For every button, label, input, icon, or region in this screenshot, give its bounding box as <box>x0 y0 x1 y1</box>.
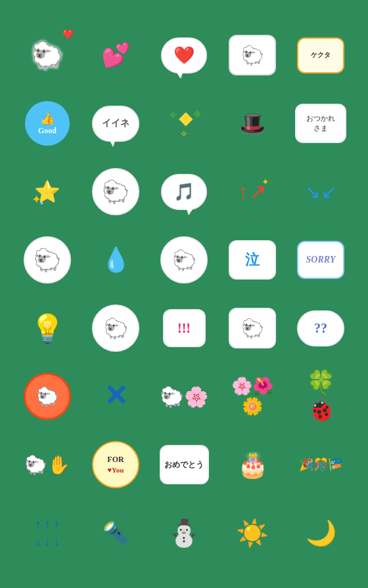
question-bubble: ?? <box>297 310 344 346</box>
cell-r3c5[interactable]: ↘↙ <box>288 159 354 224</box>
cell-r3c1[interactable]: ⭐ ✦ ⬥ <box>14 159 80 224</box>
sheep-think-icon: 🐑 <box>229 308 276 348</box>
cell-r1c2[interactable]: 💕 <box>83 22 149 88</box>
cell-r7c2[interactable]: FOR ♥You <box>83 432 149 497</box>
cell-r5c2[interactable]: 🐑 <box>83 295 149 361</box>
cell-r1c3[interactable]: ❤️ <box>151 22 217 88</box>
sheep-wonder-icon: 🐑 <box>92 304 139 352</box>
cell-r5c4[interactable]: 🐑 <box>219 295 285 361</box>
cell-r3c2[interactable]: 🐑 <box>83 159 149 224</box>
lamp-icon: 🔦 <box>103 520 129 545</box>
naku-bubble: 泣 <box>229 240 276 280</box>
arrows-up-icon: ↑ ↑ ↑ <box>35 517 60 532</box>
cell-r2c5[interactable]: おつかれさま <box>288 91 354 156</box>
cell-r5c5[interactable]: ?? <box>288 295 354 361</box>
exclaim-bubble: !!! <box>163 309 206 347</box>
sheep-cry-icon: 🐑 <box>160 236 208 284</box>
cell-r7c4[interactable]: 🎂 <box>219 432 285 497</box>
cell-r8c4[interactable]: ☀️ <box>219 500 285 566</box>
shooting-star-icon: ⭐ ✦ ⬥ <box>34 179 60 204</box>
arrows-blue-icon: ↘↙ <box>305 181 336 203</box>
cell-r2c2[interactable]: イイネ <box>83 91 149 156</box>
cell-r2c1[interactable]: 👍 Good <box>14 91 80 156</box>
sheep-flowers-icon: 🐑🌸 <box>160 385 208 408</box>
cell-r6c3[interactable]: 🐑🌸 <box>151 364 217 429</box>
sticker-grid: 🐑 ❤️ 💕 ❤️ 🐑 ケクタ 👍 Good <box>9 17 359 571</box>
cell-r6c1[interactable]: 🐑 <box>14 364 80 429</box>
cell-r2c4[interactable]: 🎩 <box>219 91 285 156</box>
good-circle: 👍 Good <box>25 101 70 146</box>
cell-r8c2[interactable]: 🔦 <box>83 500 149 566</box>
cell-r1c1[interactable]: 🐑 ❤️ <box>14 22 80 88</box>
kek-bubble: ケクタ <box>297 37 344 74</box>
cell-r4c2[interactable]: 💧 <box>83 227 149 293</box>
cell-r1c5[interactable]: ケクタ <box>288 22 354 88</box>
cell-r2c3[interactable]: ✦ ◆ ◆ ✧ <box>151 91 217 156</box>
flowers-decor-icon: 🌸🌺🌼 <box>223 376 281 417</box>
water-splash-icon: 💧 <box>101 246 131 274</box>
sheep-energetic-icon: 🐑 <box>24 373 71 420</box>
x-mark-icon: ✕ <box>104 382 128 411</box>
cake-icon: 🎂 <box>237 450 268 479</box>
omedeto-bubble: おめでとう <box>160 445 209 484</box>
music-bubble: 🎵 <box>161 174 207 210</box>
cell-r5c1[interactable]: 💡 <box>14 295 80 361</box>
cell-r6c2[interactable]: ✕ <box>83 364 149 429</box>
cell-r4c1[interactable]: 🐑 <box>14 227 80 293</box>
sheep-laugh-icon: 🐑 <box>92 168 139 215</box>
sheep-frame-icon: 🐑 <box>229 35 276 75</box>
sorry-bubble: SORRY <box>297 241 344 279</box>
cell-r7c3[interactable]: おめでとう <box>151 432 217 497</box>
garland-icon: 🎉🎊🎏 <box>299 457 342 472</box>
sparkles-icon: ✦ ◆ ◆ ✧ <box>164 107 204 140</box>
snowman-icon: ⛄ <box>168 518 200 549</box>
cell-r8c5[interactable]: 🌙 <box>288 500 354 566</box>
cell-r8c1[interactable]: ↑ ↑ ↑ ↓ ↓ ↓ <box>14 500 80 566</box>
iine-bubble: イイネ <box>92 106 139 142</box>
sun-icon: ☀️ <box>236 518 269 549</box>
cell-r4c5[interactable]: SORRY <box>288 227 354 293</box>
cell-r5c3[interactable]: !!! <box>151 295 217 361</box>
otsukare-bubble: おつかれさま <box>295 104 346 143</box>
cell-r1c4[interactable]: 🐑 <box>219 22 285 88</box>
sheep-tongue-icon: 🐑 <box>24 236 71 284</box>
for-you-bubble: FOR ♥You <box>92 441 139 488</box>
cell-r4c4[interactable]: 泣 <box>219 227 285 293</box>
lightbulb-icon: 💡 <box>30 312 64 345</box>
moon-icon: 🌙 <box>306 518 336 547</box>
hat-candy-icon: 🎩 <box>239 110 266 136</box>
cell-r6c5[interactable]: 🍀🐞 <box>288 364 354 429</box>
cell-r6c4[interactable]: 🌸🌺🌼 <box>219 364 285 429</box>
cell-r8c3[interactable]: ⛄ <box>151 500 217 566</box>
cell-r3c3[interactable]: 🎵 <box>151 159 217 224</box>
arrows-down-icon: ↓ ↓ ↓ <box>35 534 60 549</box>
cell-r7c1[interactable]: 🐑✋ <box>14 432 80 497</box>
cell-r4c3[interactable]: 🐑 <box>151 227 217 293</box>
cell-r3c4[interactable]: ↑↗ ✦ <box>219 159 285 224</box>
speech-heart-icon: ❤️ <box>161 37 207 74</box>
clover-icon: 🍀🐞 <box>292 369 350 424</box>
arrow-sparkle-icon: ↑↗ ✦ <box>239 179 267 204</box>
sheep-raise-icon: 🐑✋ <box>24 454 70 476</box>
cell-r7c5[interactable]: 🎉🎊🎏 <box>288 432 354 497</box>
